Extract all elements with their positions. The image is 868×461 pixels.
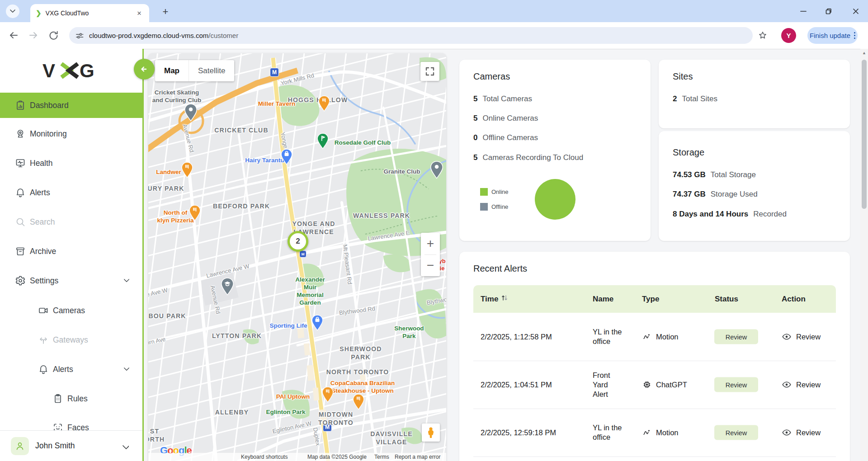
column-header-time[interactable]: Time xyxy=(481,285,508,313)
window-restore-button[interactable] xyxy=(818,0,839,22)
rules-icon xyxy=(52,393,63,404)
sidebar-item-search[interactable]: Search xyxy=(0,209,142,235)
gateways-icon xyxy=(38,334,49,345)
eye-icon xyxy=(782,332,792,342)
report-map-error-link[interactable]: Report a map error xyxy=(395,454,440,460)
landwer-pin[interactable] xyxy=(181,162,193,180)
sidebar-item-health[interactable]: Health xyxy=(0,151,142,176)
sidebar-item-alerts-sub[interactable]: Alerts xyxy=(0,357,142,382)
sidebar-item-monitoring[interactable]: Monitoring xyxy=(0,121,142,146)
browser-tab[interactable]: ❯ VXG CloudTwo ✕ xyxy=(30,4,149,22)
alert-type: Motion xyxy=(642,409,679,456)
chevron-down-icon[interactable] xyxy=(123,277,131,285)
scrollbar-up-arrow[interactable]: ▲ xyxy=(862,51,866,55)
copacabana-pin[interactable] xyxy=(353,394,365,412)
fullscreen-button[interactable] xyxy=(420,62,439,81)
sidebar-item-label: Alerts xyxy=(53,365,73,374)
map-type-map-button[interactable]: Map xyxy=(155,60,189,81)
map-label: MIDTOWNTORONTO xyxy=(318,411,354,427)
rosedale-golf-pin[interactable] xyxy=(317,133,329,151)
map-data-text: Map data ©2025 Google xyxy=(307,454,367,460)
eye-icon xyxy=(782,428,792,437)
profile-avatar[interactable]: Y xyxy=(781,28,796,43)
alert-time: 2/2/2025, 1:04:51 PM xyxy=(481,361,552,409)
school-pin[interactable] xyxy=(221,278,234,297)
metro-station-icon[interactable]: M xyxy=(270,68,279,77)
pegman-control[interactable] xyxy=(422,423,440,442)
map-type-control: Map Satellite xyxy=(155,60,234,81)
map-panel[interactable]: York Mills RdHOGGS HOLLOWCricket Skating… xyxy=(148,53,446,461)
column-header-name: Name xyxy=(593,285,613,313)
action-review-button[interactable]: Review xyxy=(782,313,821,361)
sporting-life-pin[interactable] xyxy=(311,315,324,333)
user-footer[interactable]: John Smith xyxy=(0,430,142,461)
terms-link[interactable]: Terms xyxy=(374,454,389,460)
tab-close-icon[interactable]: ✕ xyxy=(135,9,144,18)
page-scrollbar[interactable]: ▲ xyxy=(860,49,868,461)
kebab-menu-icon[interactable] xyxy=(854,32,855,39)
action-review-button[interactable]: Review xyxy=(782,361,821,409)
forward-button[interactable] xyxy=(24,25,43,45)
metro-station-icon[interactable]: M xyxy=(299,250,307,258)
pizzeria-pin[interactable] xyxy=(189,205,201,223)
keyboard-shortcuts-link[interactable]: Keyboard shortcuts xyxy=(241,454,288,460)
online-swatch xyxy=(480,188,488,196)
window-minimize-button[interactable] xyxy=(793,0,814,22)
chevron-down-icon[interactable] xyxy=(121,442,129,450)
scrollbar-thumb[interactable] xyxy=(862,60,867,209)
pai-uptown-pin[interactable] xyxy=(322,386,334,405)
sidebar-item-settings[interactable]: Settings xyxy=(0,268,142,293)
action-review-button[interactable]: Review xyxy=(782,409,821,456)
sort-icon[interactable] xyxy=(501,294,508,304)
svg-text:V: V xyxy=(42,60,55,81)
site-info-icon[interactable] xyxy=(75,32,84,40)
hairy-tarantula-pin[interactable] xyxy=(281,149,293,167)
cameras-pie-chart xyxy=(535,179,576,220)
status-review-button[interactable]: Review xyxy=(714,425,758,440)
sidebar-item-dashboard[interactable]: Dashboard xyxy=(0,93,142,118)
map-label: North ofklyn Pizzeria xyxy=(157,209,193,225)
reload-button[interactable] xyxy=(43,25,63,45)
legend-online: Online xyxy=(480,188,509,196)
sidebar-item-alerts[interactable]: Alerts xyxy=(0,180,142,205)
granite-club-pin[interactable] xyxy=(430,161,443,181)
zoom-in-button[interactable]: + xyxy=(421,233,440,254)
camera-cluster-marker[interactable]: 2 xyxy=(288,231,308,252)
new-tab-button[interactable]: + xyxy=(159,5,172,18)
zoom-out-button[interactable]: − xyxy=(421,255,440,277)
miller-tavern-pin[interactable] xyxy=(318,95,330,113)
url-bar[interactable]: cloudtwo-prod.vxgdemo.cloud-vms.com/cust… xyxy=(69,27,753,44)
sidebar-item-gateways[interactable]: Gateways xyxy=(0,327,142,353)
alerts-table-header: TimeNameTypeStatusAction xyxy=(473,285,836,313)
sidebar-item-rules[interactable]: Rules xyxy=(0,386,142,411)
back-button[interactable] xyxy=(4,25,24,45)
dashboard-icon xyxy=(15,100,26,111)
finish-update-button[interactable]: Finish update xyxy=(807,27,858,44)
status-review-button[interactable]: Review xyxy=(714,329,758,344)
chevron-down-icon[interactable] xyxy=(123,365,131,373)
cricket-club-pin[interactable] xyxy=(184,103,198,123)
svg-text:G: G xyxy=(80,60,94,81)
tab-search-button[interactable] xyxy=(6,5,19,18)
window-close-button[interactable] xyxy=(845,0,866,22)
sidebar-item-cameras[interactable]: Cameras xyxy=(0,298,142,323)
map-label: CopaCabana BrazilianSteakhouse - Uptown xyxy=(330,380,395,395)
bookmark-star-icon[interactable] xyxy=(754,27,771,44)
alert-time: 2/2/2025, 12:59:18 PM xyxy=(481,409,556,456)
archive-icon xyxy=(15,246,26,257)
sidebar-collapse-button[interactable] xyxy=(134,59,155,80)
user-avatar xyxy=(11,437,29,455)
vxg-logo: V G xyxy=(0,49,142,92)
map-label: PAI Uptown xyxy=(276,393,310,401)
column-header-action: Action xyxy=(782,285,806,313)
monitoring-icon xyxy=(15,128,26,139)
map-type-satellite-button[interactable]: Satellite xyxy=(189,60,234,81)
sidebar-item-archive[interactable]: Archive xyxy=(0,239,142,264)
map-label: Eglinton Park xyxy=(266,409,305,416)
storage-card: Storage 74.53 GBTotal Storage 74.37 GBSt… xyxy=(659,131,850,241)
browser-window: ❯ VXG CloudTwo ✕ + cloudtwo-prod.vxgdemo… xyxy=(0,0,868,461)
map-label: AlexanderMuirMemorialGarden xyxy=(295,276,325,307)
map-attribution: Keyboard shortcuts Map data ©2025 Google… xyxy=(148,453,446,461)
motion-icon xyxy=(642,428,652,437)
status-review-button[interactable]: Review xyxy=(714,377,758,392)
